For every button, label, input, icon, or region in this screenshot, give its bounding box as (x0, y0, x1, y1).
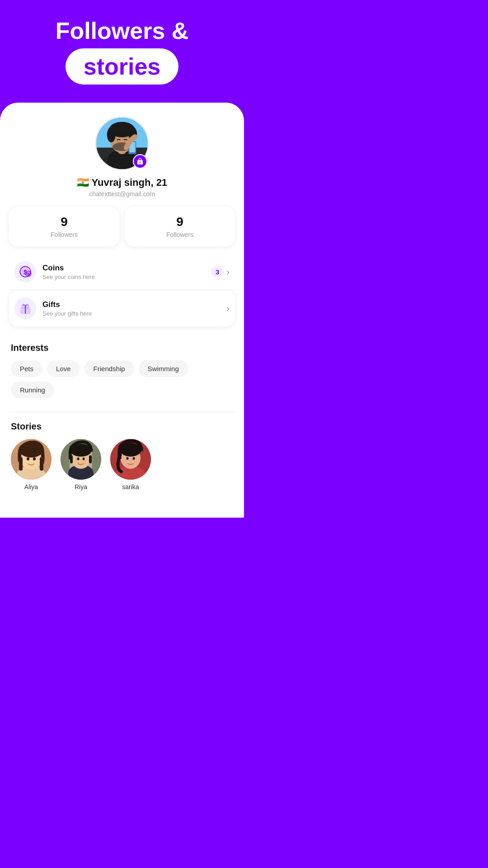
story-avatar-aliya (11, 439, 52, 480)
interest-tag-running[interactable]: Running (11, 382, 54, 398)
svg-point-36 (83, 458, 85, 460)
stories-title: Stories (11, 421, 233, 432)
svg-text:$: $ (27, 272, 30, 277)
svg-rect-38 (89, 455, 92, 463)
coins-right: 3 › (211, 266, 230, 278)
gifts-title: Gifts (42, 300, 226, 309)
interests-wrap: Pets Love Friendship Swimming Running (11, 360, 233, 398)
lock-badge (133, 154, 147, 169)
gifts-icon-wrap (14, 297, 36, 319)
stat-card-followers-2[interactable]: 9 Followers (125, 207, 235, 246)
svg-point-6 (107, 127, 116, 142)
story-name-sarika: sarika (122, 483, 139, 491)
gifts-right: › (226, 303, 230, 314)
story-name-riya: Riya (75, 483, 87, 491)
svg-point-44 (127, 457, 129, 460)
svg-rect-26 (19, 457, 23, 471)
coins-count: 3 (211, 266, 224, 278)
stat-card-followers-1[interactable]: 9 Followers (9, 207, 119, 246)
story-name-aliya: Aliya (24, 483, 38, 491)
coins-subtitle: See your coins here (42, 274, 211, 280)
coins-menu-item[interactable]: $ $ Coins See your coins here 3 › (9, 254, 235, 290)
gifts-chevron-icon: › (226, 303, 230, 314)
hero-section: Followers & stories (0, 0, 244, 98)
stat-label-2: Followers (132, 231, 228, 238)
stat-label-1: Followers (16, 231, 112, 238)
story-item-aliya[interactable]: Aliya (11, 439, 52, 491)
user-email: chatexttest@gmail.com (89, 190, 155, 198)
gifts-menu-text: Gifts See your gifts here (42, 300, 226, 317)
gifts-card[interactable]: Gifts See your gifts here › (9, 290, 235, 326)
stat-number-1: 9 (16, 215, 112, 229)
svg-point-35 (77, 458, 80, 460)
coins-menu-text: Coins See your coins here (42, 264, 211, 280)
gifts-subtitle: See your gifts here (42, 310, 226, 317)
story-item-riya[interactable]: Riya (61, 439, 101, 491)
interests-section: Interests Pets Love Friendship Swimming … (9, 334, 235, 403)
hero-subtitle-pill: stories (66, 48, 179, 85)
coins-title: Coins (42, 264, 211, 273)
story-avatar-riya (61, 439, 101, 480)
hero-title: Followers & (9, 18, 235, 44)
coins-icon-wrap: $ $ (14, 261, 36, 283)
svg-point-25 (33, 458, 36, 461)
stories-section: Stories (9, 421, 235, 509)
interest-tag-swimming[interactable]: Swimming (139, 360, 188, 377)
main-card: 🇮🇳 Yuvraj singh, 21 chatexttest@gmail.co… (0, 103, 244, 518)
interest-tag-pets[interactable]: Pets (11, 360, 42, 377)
gifts-menu-item[interactable]: Gifts See your gifts here › (9, 290, 235, 326)
profile-section: 🇮🇳 Yuvraj singh, 21 chatexttest@gmail.co… (9, 116, 235, 198)
svg-rect-37 (70, 455, 73, 463)
coins-chevron-icon: › (226, 267, 230, 277)
divider (9, 412, 235, 412)
story-avatar-sarika (110, 439, 151, 480)
interests-title: Interests (11, 343, 233, 353)
svg-point-45 (133, 457, 135, 460)
stories-row: Aliya (11, 439, 233, 495)
interest-tag-friendship[interactable]: Friendship (84, 360, 134, 377)
stat-number-2: 9 (132, 215, 228, 229)
svg-point-24 (27, 458, 29, 461)
stats-row: 9 Followers 9 Followers (9, 207, 235, 246)
story-item-sarika[interactable]: sarika (110, 439, 151, 491)
avatar-wrapper (95, 116, 149, 170)
hero-subtitle: stories (84, 53, 161, 80)
user-name: 🇮🇳 Yuvraj singh, 21 (77, 177, 167, 189)
interest-tag-love[interactable]: Love (47, 360, 80, 377)
svg-rect-27 (40, 457, 43, 471)
flag-emoji: 🇮🇳 (77, 177, 92, 188)
